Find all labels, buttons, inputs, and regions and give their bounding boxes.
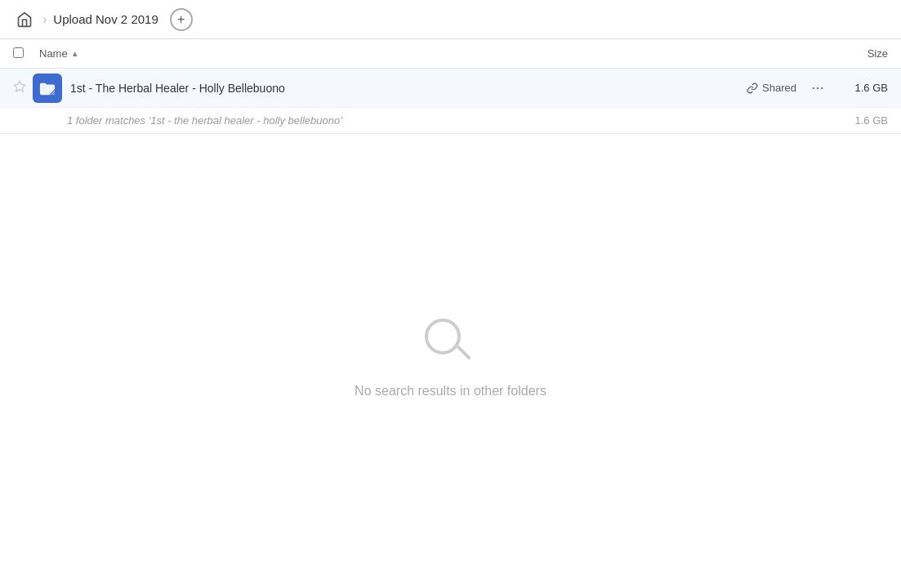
home-icon[interactable] [13,8,36,31]
breadcrumb-separator: › [42,12,47,27]
select-all-checkbox[interactable] [13,47,39,60]
column-headers: Name ▲ Size [0,39,901,69]
match-info-size: 1.6 GB [855,114,888,127]
shared-badge: Shared [747,82,796,94]
star-icon[interactable] [13,80,33,96]
empty-state: No search results in other folders [0,134,901,583]
folder-icon [33,74,62,103]
match-info-row: 1 folder matches '1st - the herbal heale… [0,108,901,134]
svg-point-1 [813,87,814,88]
shared-label: Shared [762,82,796,94]
file-size-label: 1.6 GB [839,82,888,94]
more-options-button[interactable] [806,77,829,100]
breadcrumb-title[interactable]: Upload Nov 2 2019 [53,12,158,26]
size-column-header: Size [823,47,888,60]
file-name-label: 1st - The Herbal Healer - Holly Bellebuo… [70,82,747,95]
svg-marker-0 [14,81,25,91]
svg-point-2 [817,87,818,88]
link-icon [747,82,758,94]
add-button[interactable]: + [170,8,193,31]
no-results-search-icon [425,318,477,371]
file-list-item[interactable]: 1st - The Herbal Healer - Holly Bellebuo… [0,69,901,108]
empty-state-label: No search results in other folders [355,384,546,399]
svg-point-3 [821,87,823,88]
sort-arrow-icon: ▲ [71,49,79,58]
name-column-header[interactable]: Name ▲ [39,47,823,60]
match-info-text: 1 folder matches '1st - the herbal heale… [67,114,855,127]
header-bar: › Upload Nov 2 2019 + [0,0,901,39]
